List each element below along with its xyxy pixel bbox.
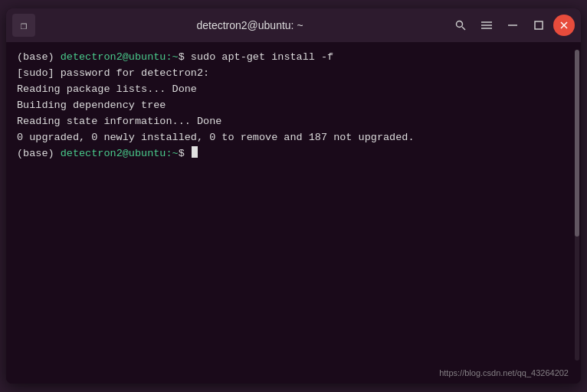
titlebar-left: ❐ <box>12 14 51 37</box>
terminal-content: (base) detectron2@ubuntu:~$ sudo apt-get… <box>17 50 570 376</box>
output-2: [sudo] password for detectron2: <box>17 66 209 82</box>
command-1: sudo apt-get install -f <box>191 50 333 66</box>
terminal-icon-symbol: ❐ <box>21 19 27 31</box>
prompt-user-7: detectron2@ubuntu:~ <box>61 146 179 162</box>
window-title: detectron2@ubuntu: ~ <box>196 19 303 31</box>
terminal-line-5: Reading state information... Done <box>17 114 570 130</box>
svg-rect-6 <box>535 21 543 29</box>
terminal-icon: ❐ <box>12 14 35 37</box>
scrollbar[interactable] <box>575 50 579 361</box>
terminal-line-2: [sudo] password for detectron2: <box>17 66 570 82</box>
minimize-button[interactable] <box>501 14 524 37</box>
svg-point-0 <box>457 21 463 28</box>
menu-button[interactable] <box>475 14 498 37</box>
svg-line-1 <box>462 27 465 30</box>
output-5: Reading state information... Done <box>17 114 221 130</box>
search-button[interactable] <box>449 14 472 37</box>
scrollbar-thumb <box>575 50 579 237</box>
prompt-prefix-7: (base) <box>17 146 61 162</box>
terminal-body[interactable]: (base) detectron2@ubuntu:~$ sudo apt-get… <box>6 42 581 384</box>
prompt-prefix-1: (base) <box>17 50 61 66</box>
terminal-line-6: 0 upgraded, 0 newly installed, 0 to remo… <box>17 130 570 146</box>
cursor <box>192 146 198 158</box>
maximize-button[interactable] <box>527 14 550 37</box>
terminal-line-7: (base) detectron2@ubuntu:~$ <box>17 146 570 162</box>
prompt-dollar-1: $ <box>179 50 191 66</box>
output-4: Building dependency tree <box>17 98 166 114</box>
terminal-line-1: (base) detectron2@ubuntu:~$ sudo apt-get… <box>17 50 570 66</box>
close-button[interactable] <box>553 15 575 36</box>
prompt-user-1: detectron2@ubuntu:~ <box>61 50 179 66</box>
window-controls <box>449 14 575 37</box>
terminal-window: ❐ detectron2@ubuntu: ~ <box>6 8 581 384</box>
output-6: 0 upgraded, 0 newly installed, 0 to remo… <box>17 130 414 146</box>
titlebar: ❐ detectron2@ubuntu: ~ <box>6 8 581 42</box>
output-3: Reading package lists... Done <box>17 82 197 98</box>
terminal-line-3: Reading package lists... Done <box>17 82 570 98</box>
prompt-dollar-7: $ <box>179 146 191 162</box>
watermark: https://blog.csdn.net/qq_43264202 <box>439 368 569 377</box>
terminal-line-4: Building dependency tree <box>17 98 570 114</box>
